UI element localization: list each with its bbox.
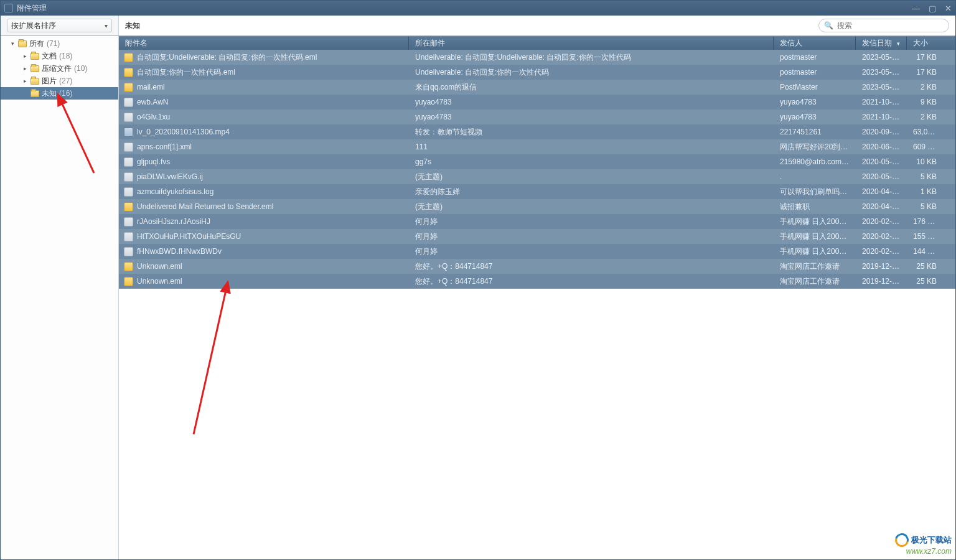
cell-date: 2020-02-22 ...	[856, 247, 907, 256]
tree-label: 图片	[42, 76, 57, 86]
tree-item[interactable]: ▸图片 (27)	[1, 75, 118, 87]
cell-mail: yuyao4783	[409, 113, 774, 121]
close-button[interactable]: ✕	[945, 4, 952, 13]
watermark-text: 极光下载站	[911, 535, 952, 545]
window-title: 附件管理	[17, 3, 912, 14]
cell-size: 9 KB	[907, 98, 943, 106]
file-type-icon	[124, 68, 133, 77]
cell-sender: 网店帮写好评20到30...	[774, 142, 856, 152]
column-name[interactable]: 附件名	[119, 37, 409, 50]
cell-sender: 215980@atrb.com.cn	[774, 157, 856, 166]
maximize-button[interactable]: ▢	[929, 4, 936, 13]
disclosure-triangle-icon[interactable]: ▸	[22, 78, 28, 84]
cell-size: 2 KB	[907, 113, 943, 121]
breadcrumb: 未知	[125, 21, 818, 31]
table-row[interactable]: 自动回复:Undeliverable: 自动回复:你的一次性代码.emlUnde…	[119, 50, 955, 65]
column-date[interactable]: 发信日期 ▾	[856, 37, 907, 50]
file-type-icon	[124, 98, 133, 107]
table-row[interactable]: azmcuifdyukofsisus.log亲爱的陈玉婵可以帮我们刷单吗? 服.…	[119, 184, 955, 199]
tree-item[interactable]: ▸压缩文件 (10)	[1, 62, 118, 75]
cell-mail: (无主题)	[409, 202, 774, 212]
cell-sender: postmaster	[774, 53, 856, 62]
cell-sender: 淘宝网店工作邀请	[774, 261, 856, 272]
table-row[interactable]: apns-conf[1].xml111网店帮写好评20到30...2020-06…	[119, 139, 955, 154]
table-row[interactable]: piaDLWLvwlEKvG.ij(无主题).2020-05-04 ...5 K…	[119, 169, 955, 184]
folder-icon	[30, 53, 39, 60]
tree-count: (10)	[74, 64, 87, 73]
column-mail[interactable]: 所在邮件	[409, 37, 774, 50]
tree-label: 文档	[42, 51, 57, 62]
cell-size: 25 KB	[907, 262, 943, 271]
folder-icon	[30, 90, 39, 97]
tree-item[interactable]: ▸文档 (18)	[1, 50, 118, 62]
folder-icon	[30, 65, 39, 72]
cell-mail: Undeliverable: 自动回复:你的一次性代码	[409, 67, 774, 78]
cell-mail: 111	[409, 142, 774, 151]
cell-date: 2023-05-03 ...	[856, 68, 907, 77]
file-name: piaDLWLvwlEKvG.ij	[137, 172, 203, 181]
table-row[interactable]: rJAosiHJszn.rJAosiHJ何月婷手机网赚 日入200元 ...20…	[119, 214, 955, 229]
cell-date: 2020-09-10 ...	[856, 128, 907, 136]
table-row[interactable]: Unknown.eml您好。+Q：844714847淘宝网店工作邀请2019-1…	[119, 259, 955, 274]
file-name: 自动回复:你的一次性代码.eml	[137, 67, 235, 78]
tree-item[interactable]: 未知 (16)	[1, 87, 118, 100]
cell-sender: PostMaster	[774, 83, 856, 91]
search-box[interactable]: 🔍	[818, 19, 949, 32]
cell-date: 2019-12-16 ...	[856, 277, 907, 286]
cell-sender: yuyao4783	[774, 98, 856, 106]
scroll-gutter	[943, 37, 955, 50]
table-row[interactable]: gljpuql.fvsgg7s215980@atrb.com.cn2020-05…	[119, 154, 955, 169]
cell-size: 5 KB	[907, 172, 943, 181]
disclosure-triangle-icon[interactable]: ▸	[22, 65, 28, 72]
table-row[interactable]: lv_0_20200910141306.mp4转发：教师节短视频22174512…	[119, 124, 955, 139]
table-row[interactable]: Undelivered Mail Returned to Sender.eml(…	[119, 199, 955, 214]
cell-size: 1 KB	[907, 187, 943, 196]
column-sender[interactable]: 发信人	[774, 37, 856, 50]
chevron-down-icon: ▾	[105, 22, 108, 29]
cell-mail: 何月婷	[409, 231, 774, 242]
cell-sender: 手机网赚 日入200元 ...	[774, 217, 856, 227]
file-name: HtTXOuHuP.HtTXOuHuPEsGU	[137, 232, 241, 241]
table-row[interactable]: o4Glv.1xuyuyao4783yuyao47832021-10-10 ..…	[119, 110, 955, 124]
table-row[interactable]: fHNwxBWD.fHNwxBWDv何月婷手机网赚 日入200元 ...2020…	[119, 244, 955, 259]
toolbar-left: 按扩展名排序 ▾	[1, 16, 119, 35]
titlebar: 附件管理 — ▢ ✕	[1, 1, 955, 16]
column-date-label: 发信日期	[862, 38, 892, 49]
cell-mail: Undeliverable: 自动回复:Undeliverable: 自动回复:…	[409, 52, 774, 63]
file-type-icon	[124, 217, 133, 226]
file-list[interactable]: 自动回复:Undeliverable: 自动回复:你的一次性代码.emlUnde…	[119, 50, 955, 559]
sort-dropdown[interactable]: 按扩展名排序 ▾	[7, 19, 112, 32]
cell-mail: 您好。+Q：844714847	[409, 261, 774, 272]
disclosure-triangle-icon[interactable]: ▾	[9, 40, 16, 47]
cell-mail: 来自qq.com的退信	[409, 82, 774, 93]
cell-size: 10 KB	[907, 157, 943, 166]
search-input[interactable]	[837, 21, 944, 30]
table-row[interactable]: mail.eml来自qq.com的退信PostMaster2023-05-02 …	[119, 80, 955, 95]
table-row[interactable]: ewb.AwNyuyao4783yuyao47832021-10-10 ...9…	[119, 95, 955, 110]
cell-sender: postmaster	[774, 68, 856, 77]
cell-date: 2020-05-04 ...	[856, 172, 907, 181]
table-row[interactable]: Unknown.eml您好。+Q：844714847淘宝网店工作邀请2019-1…	[119, 274, 955, 289]
cell-date: 2023-05-03 ...	[856, 53, 907, 62]
column-size[interactable]: 大小	[907, 37, 943, 50]
minimize-button[interactable]: —	[912, 4, 920, 13]
folder-icon	[18, 40, 27, 47]
tree-count: (27)	[59, 77, 72, 85]
tree-root[interactable]: ▾ 所有 (71)	[1, 37, 118, 50]
cell-mail: 何月婷	[409, 217, 774, 227]
file-type-icon	[124, 128, 133, 137]
cell-mail: yuyao4783	[409, 98, 774, 106]
file-type-icon	[124, 113, 133, 122]
tree-label: 所有	[29, 39, 44, 49]
disclosure-triangle-icon[interactable]: ▸	[22, 53, 28, 59]
cell-date: 2023-05-02 ...	[856, 83, 907, 91]
cell-size: 144 KB	[907, 247, 943, 256]
file-name: mail.eml	[137, 83, 165, 91]
file-name: Undelivered Mail Returned to Sender.eml	[137, 202, 273, 211]
table-row[interactable]: 自动回复:你的一次性代码.emlUndeliverable: 自动回复:你的一次…	[119, 65, 955, 80]
cell-mail: (无主题)	[409, 172, 774, 182]
table-row[interactable]: HtTXOuHuP.HtTXOuHuPEsGU何月婷手机网赚 日入200元 ..…	[119, 229, 955, 244]
file-name: 自动回复:Undeliverable: 自动回复:你的一次性代码.eml	[137, 52, 317, 63]
file-type-icon	[124, 53, 133, 62]
file-type-icon	[124, 202, 133, 212]
